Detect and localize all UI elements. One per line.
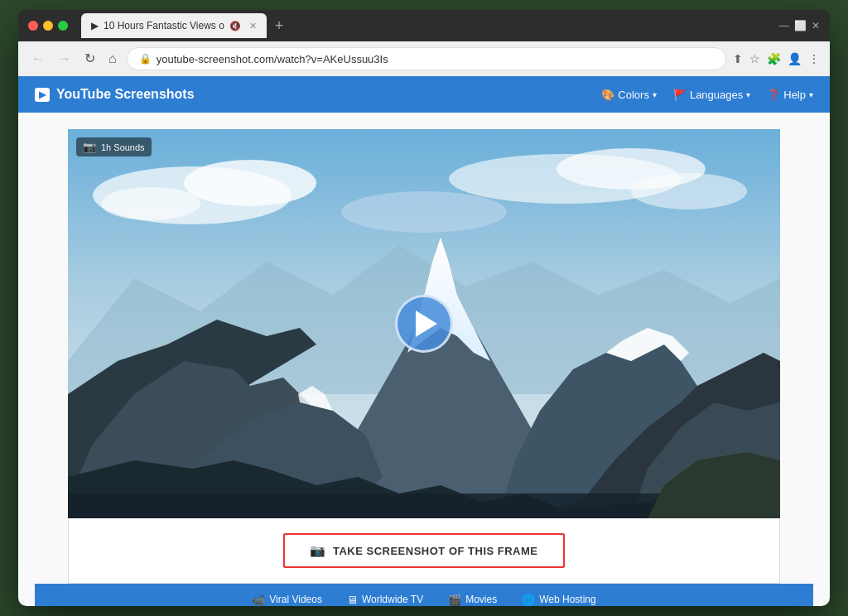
play-triangle-icon <box>416 310 437 337</box>
tab-close-button[interactable]: ✕ <box>249 21 257 31</box>
svg-point-2 <box>184 160 316 206</box>
camera-small-icon: 📷 <box>83 141 96 153</box>
languages-label: Languages <box>690 89 743 101</box>
active-tab[interactable]: ▶ 10 Hours Fantastic Views o 🔇 ✕ <box>81 13 267 38</box>
screenshot-btn-label: TAKE SCREENSHOT OF THIS FRAME <box>333 545 538 557</box>
address-actions: ⬆ ☆ 🧩 👤 ⋮ <box>733 52 820 65</box>
tab-bar: ▶ 10 Hours Fantastic Views o 🔇 ✕ + <box>81 13 773 38</box>
maximize-traffic-light[interactable] <box>58 21 68 31</box>
forward-button[interactable]: → <box>55 51 75 67</box>
help-dropdown-arrow: ▾ <box>809 90 813 99</box>
footer-worldwide-tv[interactable]: 🖥 Worldwide TV <box>347 594 423 606</box>
video-sounds-label: 1h Sounds <box>101 142 145 152</box>
window-fullscreen-button[interactable]: ⬜ <box>794 20 807 31</box>
youtube-icon: ▶ <box>35 88 50 102</box>
site-logo: ▶ YouTube Screenshots <box>35 87 195 102</box>
footer-web-hosting[interactable]: 🌐 Web Hosting <box>522 594 595 606</box>
colors-label: Colors <box>618 89 649 101</box>
footer-movies-label: Movies <box>465 594 497 605</box>
menu-icon[interactable]: ⋮ <box>808 52 820 65</box>
svg-point-3 <box>101 187 200 220</box>
languages-menu[interactable]: 🚩 Languages ▾ <box>673 89 750 101</box>
refresh-button[interactable]: ↻ <box>81 51 99 67</box>
video-thumbnail: 📷 1h Sounds <box>68 129 780 518</box>
bookmark-icon[interactable]: ☆ <box>749 52 760 65</box>
address-bar: ← → ↻ ⌂ 🔒 youtube-screenshot.com/watch?v… <box>18 41 830 76</box>
lock-icon: 🔒 <box>139 53 152 65</box>
help-menu[interactable]: ❓ Help ▾ <box>767 89 813 101</box>
screenshot-camera-icon: 📷 <box>310 543 326 558</box>
site-navbar: ▶ YouTube Screenshots 🎨 Colors ▾ 🚩 Langu… <box>18 76 830 113</box>
help-icon: ❓ <box>767 89 780 101</box>
profile-icon[interactable]: 👤 <box>788 52 802 65</box>
languages-dropdown-arrow: ▾ <box>746 90 750 99</box>
traffic-lights <box>28 21 68 31</box>
tv-icon: 🖥 <box>347 594 358 606</box>
site-logo-text: YouTube Screenshots <box>56 87 195 102</box>
footer-movies[interactable]: 🎬 Movies <box>448 594 497 606</box>
site-nav-links: 🎨 Colors ▾ 🚩 Languages ▾ ❓ Help ▾ <box>601 89 813 101</box>
globe-icon: 🌐 <box>522 594 535 606</box>
colors-dropdown-arrow: ▾ <box>653 90 657 99</box>
take-screenshot-button[interactable]: 📷 TAKE SCREENSHOT OF THIS FRAME <box>283 533 564 568</box>
tab-favicon: ▶ <box>91 20 99 31</box>
mute-icon[interactable]: 🔇 <box>229 21 241 31</box>
svg-point-7 <box>341 191 507 233</box>
footer-hosting-label: Web Hosting <box>539 594 595 605</box>
tab-title: 10 Hours Fantastic Views o <box>104 20 224 31</box>
site-footer: 📹 Viral Videos 🖥 Worldwide TV 🎬 Movies 🌐… <box>35 584 813 606</box>
title-bar-controls: — ⬜ ✕ <box>779 20 820 31</box>
window-close-button[interactable]: ✕ <box>812 20 820 31</box>
colors-menu[interactable]: 🎨 Colors ▾ <box>601 89 657 101</box>
footer-tv-label: Worldwide TV <box>362 594 423 605</box>
address-field[interactable]: 🔒 youtube-screenshot.com/watch?v=AKeUssu… <box>127 47 726 70</box>
new-tab-button[interactable]: + <box>270 17 289 35</box>
video-camera-icon: 📹 <box>252 594 265 606</box>
svg-point-6 <box>631 173 747 209</box>
url-text: youtube-screenshot.com/watch?v=AKeUssuu3… <box>157 53 388 65</box>
play-button[interactable] <box>395 295 453 353</box>
video-container: 📷 1h Sounds 📷 TAKE SCREENSHOT OF THIS FR… <box>68 129 780 584</box>
camera-overlay: 📷 1h Sounds <box>76 137 152 156</box>
home-button[interactable]: ⌂ <box>105 51 120 67</box>
title-bar: ▶ 10 Hours Fantastic Views o 🔇 ✕ + — ⬜ ✕ <box>18 10 830 41</box>
footer-viral-videos[interactable]: 📹 Viral Videos <box>252 594 322 606</box>
help-label: Help <box>783 89 806 101</box>
screenshot-area: 📷 TAKE SCREENSHOT OF THIS FRAME <box>68 518 780 584</box>
main-content: 📷 1h Sounds 📷 TAKE SCREENSHOT OF THIS FR… <box>18 113 830 606</box>
minimize-traffic-light[interactable] <box>43 21 53 31</box>
share-icon[interactable]: ⬆ <box>733 52 743 65</box>
movies-icon: 🎬 <box>448 594 461 606</box>
close-traffic-light[interactable] <box>28 21 38 31</box>
browser-window: ▶ 10 Hours Fantastic Views o 🔇 ✕ + — ⬜ ✕… <box>18 10 830 606</box>
window-minimize-button[interactable]: — <box>779 20 789 31</box>
palette-icon: 🎨 <box>601 89 614 101</box>
footer-viral-label: Viral Videos <box>269 594 322 605</box>
flag-icon: 🚩 <box>673 89 687 101</box>
extensions-icon[interactable]: 🧩 <box>767 52 781 65</box>
back-button[interactable]: ← <box>28 51 48 67</box>
